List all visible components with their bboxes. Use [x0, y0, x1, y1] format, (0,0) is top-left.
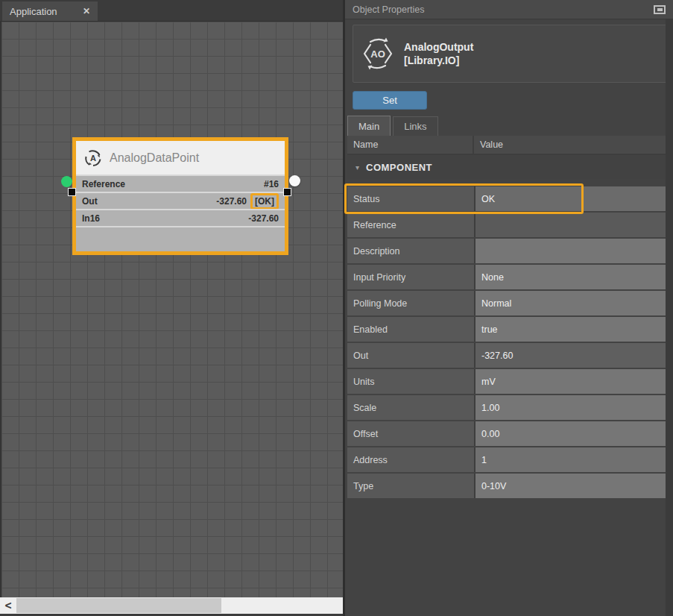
- editor-tabbar: Application ✕: [0, 0, 343, 21]
- minimize-icon-bar: [657, 8, 663, 11]
- property-grid: Name Value ▾ COMPONENT Status OK Referen…: [347, 136, 668, 500]
- editor-area: Application ✕ A AnalogDataPoint: [0, 0, 343, 616]
- property-name: Type: [347, 474, 474, 498]
- object-properties-panel: Object Properties AO AnalogOutput [Libra…: [343, 0, 673, 616]
- object-texts: AnalogOutput [Library.IO]: [404, 40, 473, 67]
- property-rows: Status OK Reference Description Input Pr…: [347, 186, 668, 498]
- block-row-name: In16: [82, 213, 248, 224]
- horizontal-scrollbar[interactable]: <: [0, 597, 343, 614]
- close-icon[interactable]: ✕: [83, 6, 90, 16]
- tab-application[interactable]: Application ✕: [2, 1, 98, 21]
- block-title: AnalogDataPoint: [110, 151, 199, 165]
- property-row-status[interactable]: Status OK: [347, 186, 668, 211]
- property-row-reference[interactable]: Reference: [347, 213, 668, 237]
- block-row-value: -327.60: [216, 196, 247, 207]
- object-library: [Library.IO]: [404, 54, 473, 67]
- svg-text:AO: AO: [370, 48, 385, 60]
- property-row-enabled[interactable]: Enabled true: [347, 317, 668, 342]
- property-value[interactable]: [475, 213, 668, 237]
- property-value[interactable]: 1: [475, 447, 668, 472]
- scrollbar-thumb[interactable]: [16, 598, 221, 613]
- property-value[interactable]: mV: [475, 369, 668, 394]
- analog-output-icon: AO: [361, 37, 395, 71]
- property-value[interactable]: true: [475, 317, 668, 342]
- object-name: AnalogOutput: [404, 40, 473, 54]
- set-button[interactable]: Set: [353, 91, 427, 110]
- property-row-units[interactable]: Units mV: [347, 369, 668, 394]
- property-row-address[interactable]: Address 1: [347, 447, 668, 472]
- property-name: Out: [347, 343, 474, 368]
- panel-titlebar: Object Properties: [345, 0, 673, 19]
- wiring-canvas[interactable]: A AnalogDataPoint Reference #16 Out -327…: [0, 21, 343, 597]
- property-row-input-priority[interactable]: Input Priority None: [347, 265, 668, 289]
- resize-handle-right[interactable]: [283, 188, 291, 196]
- analog-data-point-block[interactable]: A AnalogDataPoint Reference #16 Out -327…: [72, 137, 288, 255]
- minimize-icon[interactable]: [654, 5, 666, 14]
- property-value[interactable]: -327.60: [475, 343, 668, 368]
- output-port[interactable]: [289, 175, 300, 186]
- property-name: Scale: [347, 395, 474, 420]
- column-header-value: Value: [474, 136, 668, 154]
- property-value[interactable]: OK: [475, 186, 668, 211]
- property-row-type[interactable]: Type 0-10V: [347, 474, 668, 498]
- input-port[interactable]: [61, 176, 72, 187]
- panel-title: Object Properties: [353, 4, 654, 15]
- property-row-out[interactable]: Out -327.60: [347, 343, 668, 368]
- property-name: Address: [347, 447, 474, 472]
- tab-application-label: Application: [10, 6, 78, 17]
- block-row-value: #16: [264, 179, 279, 189]
- status-ok-badge: [OK]: [250, 193, 279, 210]
- property-row-description[interactable]: Description: [347, 239, 668, 263]
- property-value[interactable]: [475, 239, 668, 263]
- panel-tabs: Main Links: [347, 116, 440, 136]
- property-value[interactable]: None: [475, 265, 668, 289]
- block-row-value: -327.60: [248, 213, 279, 224]
- property-grid-header: Name Value: [347, 136, 668, 155]
- property-name: Polling Mode: [347, 291, 474, 315]
- property-name: Reference: [347, 213, 474, 237]
- property-name: Input Priority: [347, 265, 474, 289]
- block-row-in16[interactable]: In16 -327.60: [76, 209, 285, 226]
- collapse-icon[interactable]: ▾: [356, 163, 359, 172]
- analog-point-icon: A: [83, 148, 103, 168]
- property-value[interactable]: Normal: [475, 291, 668, 315]
- property-name: Enabled: [347, 317, 474, 342]
- property-value[interactable]: 1.00: [475, 395, 668, 420]
- block-filler-row: [76, 226, 285, 251]
- svg-text:A: A: [90, 154, 96, 163]
- block-row-reference[interactable]: Reference #16: [76, 175, 285, 192]
- property-row-scale[interactable]: Scale 1.00: [347, 395, 668, 420]
- block-row-name: Reference: [82, 179, 264, 189]
- section-label: COMPONENT: [366, 162, 432, 173]
- property-name: Description: [347, 239, 474, 263]
- property-name: Offset: [347, 421, 474, 446]
- property-value[interactable]: 0-10V: [475, 474, 668, 498]
- block-row-out[interactable]: Out -327.60 [OK]: [76, 192, 285, 209]
- scroll-left-icon[interactable]: <: [0, 599, 16, 612]
- property-value[interactable]: 0.00: [475, 421, 668, 446]
- property-name: Units: [347, 369, 474, 394]
- property-row-polling-mode[interactable]: Polling Mode Normal: [347, 291, 668, 315]
- tab-main[interactable]: Main: [347, 116, 391, 136]
- resize-handle-left[interactable]: [68, 188, 76, 196]
- block-header[interactable]: A AnalogDataPoint: [76, 141, 285, 175]
- section-component[interactable]: ▾ COMPONENT: [347, 155, 668, 179]
- panel-right-strip: [666, 19, 673, 616]
- object-summary-card: AO AnalogOutput [Library.IO]: [353, 25, 668, 83]
- tab-links[interactable]: Links: [393, 116, 437, 136]
- property-name: Status: [347, 186, 474, 211]
- property-row-offset[interactable]: Offset 0.00: [347, 421, 668, 446]
- column-header-name: Name: [347, 136, 474, 154]
- block-row-name: Out: [82, 196, 216, 207]
